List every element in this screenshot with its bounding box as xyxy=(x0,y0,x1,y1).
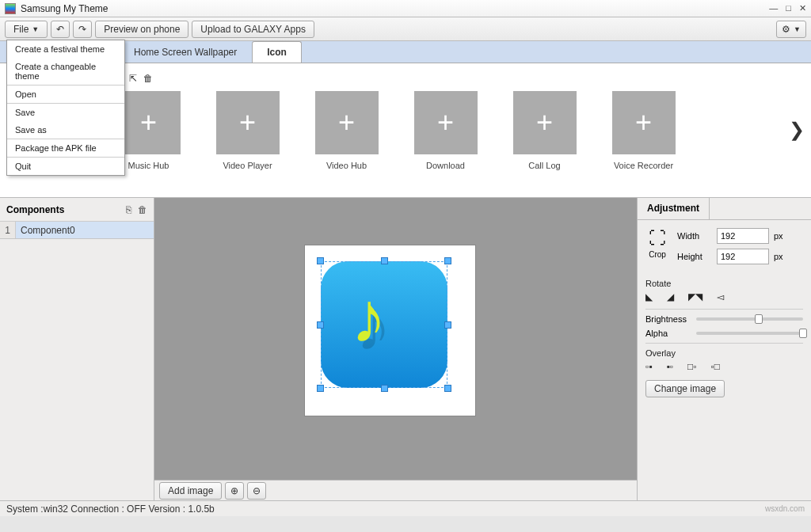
window-title: Samsung My Theme xyxy=(21,3,769,14)
width-label: Width xyxy=(677,231,712,241)
resize-handle[interactable] xyxy=(381,257,388,264)
icon-slot-download[interactable]: + Download xyxy=(412,91,479,170)
status-bar: System :win32 Connection : OFF Version :… xyxy=(0,500,811,516)
plus-icon: + xyxy=(140,106,157,139)
components-panel: Components ⎘ 🗑 1 Component0 xyxy=(0,198,154,500)
icon-slot-video-player[interactable]: + Video Player xyxy=(214,91,281,170)
file-dropdown: Create a festival theme Create a changea… xyxy=(6,40,125,176)
change-image-button[interactable]: Change image xyxy=(645,380,725,397)
overlay-send-back-icon[interactable]: ▫▪ xyxy=(645,361,653,372)
close-button[interactable]: ✕ xyxy=(799,3,806,13)
status-text: System :win32 Connection : OFF Version :… xyxy=(6,504,215,515)
width-input[interactable] xyxy=(717,228,769,244)
overlay-bring-front-icon[interactable]: ▪▫ xyxy=(667,361,674,372)
toolbar: File▼ ↶ ↷ Preview on phone Upload to GAL… xyxy=(0,17,811,41)
resize-handle[interactable] xyxy=(317,385,324,392)
overlay-label: Overlay xyxy=(645,348,803,358)
overlay-backward-icon[interactable]: □▫ xyxy=(687,361,697,372)
plus-icon: + xyxy=(635,106,652,139)
icon-slot-voice-recorder[interactable]: + Voice Recorder xyxy=(610,91,677,170)
rotate-right-icon[interactable]: ◢ xyxy=(667,291,674,302)
brightness-label: Brightness xyxy=(645,314,691,324)
adjustment-panel: Adjustment ⛶ Crop Width px Height xyxy=(637,198,811,500)
brightness-slider[interactable] xyxy=(696,317,803,321)
copy-icon[interactable]: ⎘ xyxy=(126,204,131,215)
components-title: Components xyxy=(6,204,64,215)
menu-create-changeable[interactable]: Create a changeable theme xyxy=(7,58,124,85)
resize-handle[interactable] xyxy=(381,385,388,392)
scroll-right-button[interactable]: ❯ xyxy=(789,119,805,141)
canvas[interactable]: ♪ Add image ⊕ ⊖ xyxy=(154,198,637,500)
menu-save-as[interactable]: Save as xyxy=(7,121,124,139)
icon-slot-video-hub[interactable]: + Video Hub xyxy=(313,91,380,170)
tab-icon[interactable]: Icon xyxy=(252,41,302,63)
artboard[interactable]: ♪ xyxy=(321,261,447,388)
trash-icon[interactable]: 🗑 xyxy=(138,204,147,215)
resize-handle[interactable] xyxy=(444,321,451,329)
settings-button[interactable]: ⚙▼ xyxy=(776,21,806,38)
height-label: Height xyxy=(677,252,712,261)
rotate-left-icon[interactable]: ◣ xyxy=(645,291,653,302)
tab-wallpaper[interactable]: Home Screen Wallpaper xyxy=(119,41,252,63)
plus-icon: + xyxy=(536,106,553,139)
component-row[interactable]: 1 Component0 xyxy=(0,222,154,239)
titlebar: Samsung My Theme — □ ✕ xyxy=(0,0,811,17)
icon-slot-call-log[interactable]: + Call Log xyxy=(511,91,578,170)
undo-button[interactable]: ↶ xyxy=(51,21,70,38)
menu-open[interactable]: Open xyxy=(7,86,124,103)
zoom-in-button[interactable]: ⊕ xyxy=(225,482,244,500)
canvas-toolbar: Add image ⊕ ⊖ xyxy=(154,480,637,500)
height-input[interactable] xyxy=(717,249,769,264)
alpha-slider[interactable] xyxy=(696,332,803,335)
redo-button[interactable]: ↷ xyxy=(73,21,92,38)
overlay-forward-icon[interactable]: ▫□ xyxy=(711,361,721,372)
plus-icon: + xyxy=(239,106,256,139)
alpha-label: Alpha xyxy=(645,329,691,338)
upload-button[interactable]: Upload to GALAXY Apps xyxy=(192,21,314,38)
rotate-label: Rotate xyxy=(645,279,803,288)
menu-package-apk[interactable]: Package the APK file xyxy=(7,139,124,157)
workspace: Components ⎘ 🗑 1 Component0 ♪ xyxy=(0,198,811,500)
menu-create-festival[interactable]: Create a festival theme xyxy=(7,40,124,58)
adjustment-tab[interactable]: Adjustment xyxy=(638,198,710,219)
plus-icon: + xyxy=(437,106,454,139)
music-note-icon: ♪ xyxy=(351,277,386,359)
trash-icon[interactable]: 🗑 xyxy=(143,73,153,84)
crop-icon[interactable]: ⛶ xyxy=(645,228,669,249)
file-menu-button[interactable]: File▼ xyxy=(5,21,48,38)
app-icon xyxy=(5,3,16,14)
add-image-button[interactable]: Add image xyxy=(159,482,222,500)
gear-icon: ⚙ xyxy=(782,24,790,35)
plus-icon: + xyxy=(338,106,355,139)
menu-quit[interactable]: Quit xyxy=(7,158,124,175)
resize-handle[interactable] xyxy=(444,385,451,392)
zoom-out-button[interactable]: ⊖ xyxy=(247,482,266,500)
flip-vertical-icon[interactable]: ◅ xyxy=(717,291,724,302)
artboard-container: ♪ xyxy=(305,245,475,416)
credit-text: wsxdn.com xyxy=(765,504,805,513)
preview-button[interactable]: Preview on phone xyxy=(95,21,188,38)
resize-handle[interactable] xyxy=(444,257,451,264)
export-icon[interactable]: ⇱ xyxy=(129,73,137,84)
flip-horizontal-icon[interactable]: ◤◥ xyxy=(688,291,702,302)
resize-handle[interactable] xyxy=(317,257,324,264)
resize-handle[interactable] xyxy=(317,321,324,329)
minimize-button[interactable]: — xyxy=(769,3,778,13)
menu-save[interactable]: Save xyxy=(7,104,124,121)
maximize-button[interactable]: □ xyxy=(786,3,791,13)
